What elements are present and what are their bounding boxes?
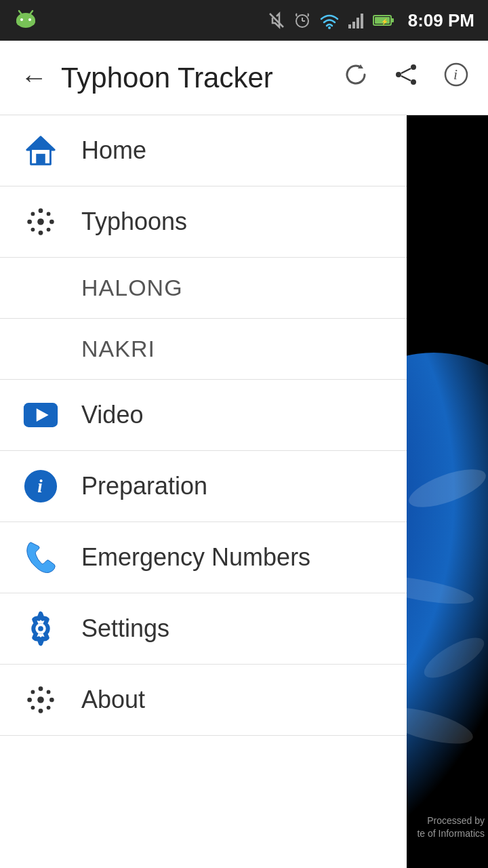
- svg-text:⚡: ⚡: [381, 18, 389, 26]
- svg-line-24: [401, 76, 411, 81]
- nav-drawer: Home Typhoons HALONG: [0, 115, 407, 868]
- svg-point-22: [396, 72, 401, 77]
- halong-label: HALONG: [81, 275, 183, 301]
- svg-line-5: [30, 11, 33, 14]
- home-label: Home: [81, 136, 146, 165]
- phone-icon: [20, 537, 61, 578]
- svg-text:i: i: [37, 476, 43, 496]
- status-bar: ⚡ 8:09 PM: [0, 0, 488, 41]
- refresh-button[interactable]: [338, 56, 374, 99]
- nakri-label: NAKRI: [81, 336, 155, 362]
- alarm-icon: [293, 11, 312, 30]
- svg-rect-13: [357, 18, 359, 28]
- wifi-icon: [319, 11, 340, 30]
- watermark: Processed by te of Informatics: [417, 814, 485, 841]
- svg-point-30: [37, 218, 44, 225]
- menu-item-emergency[interactable]: Emergency Numbers: [0, 522, 407, 593]
- app-title: Typhoon Tracker: [61, 62, 338, 94]
- svg-rect-14: [361, 14, 363, 28]
- svg-point-49: [27, 698, 32, 703]
- svg-rect-17: [391, 18, 394, 22]
- svg-point-20: [411, 64, 416, 70]
- svg-point-46: [37, 696, 44, 703]
- main-layout: Home Typhoons HALONG: [0, 115, 488, 868]
- menu-item-nakri[interactable]: NAKRI: [0, 319, 407, 380]
- background-panel: Processed by te of Informatics: [407, 115, 488, 868]
- svg-point-3: [28, 18, 31, 21]
- svg-line-23: [401, 68, 411, 73]
- svg-point-2: [20, 18, 23, 21]
- android-icon: [14, 7, 38, 31]
- about-dots-icon: [20, 679, 61, 720]
- svg-point-54: [31, 706, 35, 710]
- info-circle-icon: i: [443, 62, 469, 87]
- svg-point-45: [38, 626, 43, 631]
- svg-point-31: [39, 208, 43, 213]
- status-bar-icons: ⚡ 8:09 PM: [267, 10, 474, 31]
- emergency-label: Emergency Numbers: [81, 543, 310, 572]
- svg-point-33: [27, 220, 32, 224]
- svg-line-4: [19, 11, 21, 14]
- menu-item-video[interactable]: Video: [0, 380, 407, 451]
- about-label: About: [81, 686, 145, 714]
- home-icon: [20, 130, 61, 171]
- svg-point-36: [47, 228, 51, 232]
- earth-image: [407, 115, 488, 868]
- app-bar: ← Typhoon Tracker i: [0, 41, 488, 115]
- mute-icon: [267, 11, 286, 30]
- typhoons-label: Typhoons: [81, 208, 187, 236]
- status-time: 8:09 PM: [408, 10, 474, 31]
- menu-item-about[interactable]: About: [0, 665, 407, 736]
- svg-point-53: [47, 690, 51, 694]
- svg-point-32: [39, 231, 43, 235]
- status-bar-left: [14, 7, 38, 34]
- svg-point-21: [411, 79, 416, 85]
- youtube-icon: [20, 395, 61, 435]
- share-icon: [393, 62, 419, 87]
- svg-point-10: [328, 26, 331, 29]
- preparation-label: Preparation: [81, 472, 207, 500]
- svg-rect-12: [352, 22, 355, 28]
- svg-point-35: [31, 212, 35, 216]
- svg-point-51: [31, 690, 35, 694]
- settings-label: Settings: [81, 614, 169, 643]
- info-button[interactable]: i: [438, 56, 474, 99]
- signal-icon: [347, 11, 366, 30]
- menu-item-preparation[interactable]: i Preparation: [0, 451, 407, 522]
- share-button[interactable]: [388, 56, 424, 99]
- app-bar-actions: i: [338, 56, 474, 99]
- svg-point-37: [47, 212, 51, 216]
- typhoon-dots-icon: [20, 201, 61, 242]
- refresh-icon: [343, 62, 369, 87]
- svg-marker-29: [27, 137, 54, 150]
- back-button[interactable]: ←: [14, 56, 54, 100]
- svg-point-34: [49, 220, 54, 224]
- svg-point-50: [49, 698, 54, 703]
- svg-rect-28: [36, 154, 45, 164]
- menu-item-settings[interactable]: Settings: [0, 593, 407, 665]
- settings-gear-icon: [20, 608, 61, 649]
- svg-point-52: [47, 706, 51, 710]
- svg-point-48: [39, 709, 43, 713]
- svg-text:i: i: [453, 66, 458, 83]
- svg-rect-1: [16, 18, 35, 26]
- svg-point-38: [31, 228, 35, 232]
- menu-item-halong[interactable]: HALONG: [0, 258, 407, 319]
- svg-point-47: [39, 686, 43, 691]
- info-filled-icon: i: [20, 466, 61, 507]
- menu-item-typhoons[interactable]: Typhoons: [0, 186, 407, 258]
- svg-rect-11: [348, 24, 351, 28]
- battery-icon: ⚡: [373, 11, 394, 30]
- video-label: Video: [81, 401, 143, 429]
- menu-item-home[interactable]: Home: [0, 115, 407, 186]
